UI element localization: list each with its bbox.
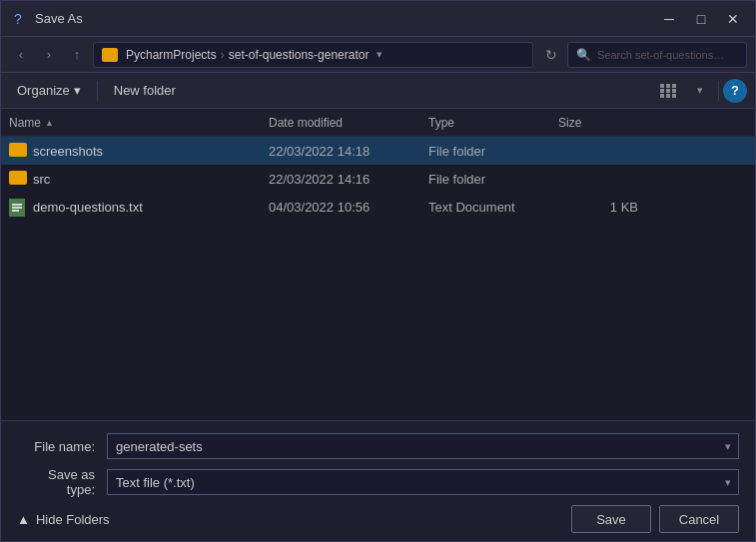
new-folder-button[interactable]: New folder — [106, 79, 184, 102]
save-as-dialog: ? Save As ─ □ ✕ ‹ › ↑ PycharmProjects › … — [0, 0, 756, 542]
organize-chevron-icon: ▾ — [74, 83, 81, 98]
svg-rect-7 — [666, 94, 670, 98]
svg-rect-2 — [672, 84, 676, 88]
cancel-button[interactable]: Cancel — [659, 505, 739, 533]
file-name: src — [33, 172, 269, 187]
hide-folders-button[interactable]: ▲ Hide Folders — [17, 512, 110, 527]
toolbar: Organize ▾ New folder ▾ ? — [1, 73, 755, 109]
dialog-title: Save As — [35, 11, 655, 26]
nav-bar: ‹ › ↑ PycharmProjects › set-of-questions… — [1, 37, 755, 73]
save-button[interactable]: Save — [571, 505, 651, 533]
toolbar-separator — [97, 81, 98, 101]
column-name: Name ▲ — [9, 116, 269, 130]
txt-file-icon — [9, 199, 27, 215]
svg-rect-4 — [666, 89, 670, 93]
svg-rect-3 — [660, 89, 664, 93]
savetype-label: Save as type: — [17, 467, 107, 497]
file-type: File folder — [428, 144, 558, 159]
svg-rect-8 — [672, 94, 676, 98]
dialog-buttons: Save Cancel — [571, 505, 739, 533]
breadcrumb-sep: › — [221, 48, 225, 62]
filename-label: File name: — [17, 439, 107, 454]
column-size: Size — [558, 116, 638, 130]
breadcrumb-folder-icon — [102, 48, 118, 62]
organize-label: Organize — [17, 83, 70, 98]
button-row: ▲ Hide Folders Save Cancel — [17, 505, 739, 533]
organize-button[interactable]: Organize ▾ — [9, 79, 89, 102]
minimize-button[interactable]: ─ — [655, 5, 683, 33]
refresh-button[interactable]: ↻ — [539, 43, 563, 67]
folder-icon — [9, 171, 27, 187]
maximize-button[interactable]: □ — [687, 5, 715, 33]
filename-row: File name: ▾ — [17, 433, 739, 459]
column-type: Type — [428, 116, 558, 130]
file-list-body: screenshots 22/03/2022 14:18 File folder… — [1, 137, 755, 420]
back-button[interactable]: ‹ — [9, 43, 33, 67]
up-button[interactable]: ↑ — [65, 43, 89, 67]
filename-input[interactable] — [107, 433, 739, 459]
file-name: demo-questions.txt — [33, 200, 269, 215]
window-controls: ─ □ ✕ — [655, 5, 747, 33]
file-list-area: Name ▲ Date modified Type Size screensho… — [1, 109, 755, 420]
file-name: screenshots — [33, 144, 269, 159]
folder-icon — [9, 143, 27, 159]
svg-rect-1 — [666, 84, 670, 88]
hide-folders-label: Hide Folders — [36, 512, 110, 527]
search-box[interactable]: 🔍 Search set-of-questions-gen... — [567, 42, 747, 68]
file-date: 04/03/2022 10:56 — [269, 200, 428, 215]
title-bar: ? Save As ─ □ ✕ — [1, 1, 755, 37]
file-list-header: Name ▲ Date modified Type Size — [1, 109, 755, 137]
search-icon: 🔍 — [576, 48, 591, 62]
table-row[interactable]: src 22/03/2022 14:16 File folder — [1, 165, 755, 193]
svg-rect-5 — [672, 89, 676, 93]
savetype-row: Save as type: Text file (*.txt) ▾ — [17, 467, 739, 497]
svg-rect-6 — [660, 94, 664, 98]
view-button[interactable] — [654, 79, 682, 103]
sort-arrow-icon: ▲ — [45, 118, 54, 128]
savetype-select-wrapper: Text file (*.txt) ▾ — [107, 469, 739, 495]
column-date: Date modified — [269, 116, 428, 130]
breadcrumb-root: PycharmProjects — [126, 48, 217, 62]
bottom-area: File name: ▾ Save as type: Text file (*.… — [1, 420, 755, 541]
savetype-select[interactable]: Text file (*.txt) — [107, 469, 739, 495]
file-date: 22/03/2022 14:18 — [269, 144, 428, 159]
breadcrumb-expand-icon[interactable]: ▾ — [377, 48, 382, 61]
filename-input-wrapper: ▾ — [107, 433, 739, 459]
file-type: File folder — [428, 172, 558, 187]
svg-rect-0 — [660, 84, 664, 88]
file-type: Text Document — [428, 200, 558, 215]
file-size: 1 KB — [558, 200, 638, 215]
hide-folders-chevron-icon: ▲ — [17, 512, 30, 527]
toolbar-right: ▾ ? — [654, 79, 747, 103]
breadcrumb[interactable]: PycharmProjects › set-of-questions-gener… — [93, 42, 533, 68]
table-row[interactable]: demo-questions.txt 04/03/2022 10:56 Text… — [1, 193, 755, 221]
view-dropdown-icon[interactable]: ▾ — [686, 79, 714, 103]
table-row[interactable]: screenshots 22/03/2022 14:18 File folder — [1, 137, 755, 165]
new-folder-label: New folder — [114, 83, 176, 98]
help-button[interactable]: ? — [723, 79, 747, 103]
search-placeholder: Search set-of-questions-gen... — [597, 49, 727, 61]
file-date: 22/03/2022 14:16 — [269, 172, 428, 187]
toolbar-sep2 — [718, 81, 719, 101]
breadcrumb-current: set-of-questions-generator — [229, 48, 370, 62]
forward-button[interactable]: › — [37, 43, 61, 67]
dialog-icon: ? — [9, 10, 27, 28]
close-button[interactable]: ✕ — [719, 5, 747, 33]
